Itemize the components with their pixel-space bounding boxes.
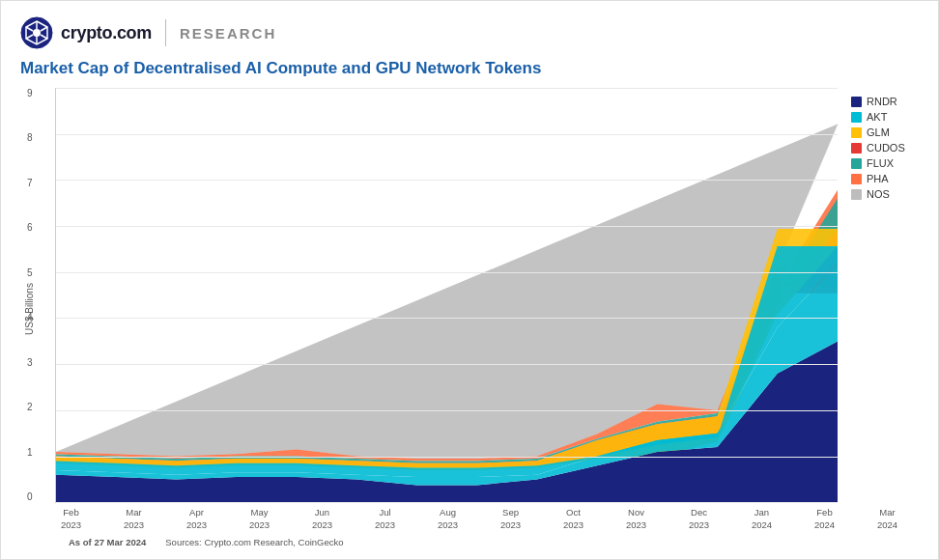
legend-item-akt: AKT [851, 111, 919, 123]
main-container: crypto.com RESEARCH Market Cap of Decent… [0, 0, 939, 560]
x-label-oct23: Oct2023 [542, 507, 605, 531]
x-label-apr23: Apr2023 [165, 507, 228, 531]
x-label-sep23: Sep2023 [479, 507, 542, 531]
legend-item-nos: NOS [851, 188, 919, 200]
legend-item-cudos: CUDOS [851, 142, 919, 154]
y-tick-1: 1 [27, 447, 33, 458]
chart-legend: RNDR AKT GLM CUDOS [851, 88, 919, 503]
y-tick-6: 6 [27, 222, 33, 233]
x-label-feb24: Feb2024 [793, 507, 856, 531]
y-tick-9: 9 [27, 88, 33, 98]
footer-sources: Sources: Crypto.com Research, CoinGecko [165, 537, 343, 547]
grid-line-1 [56, 457, 838, 458]
grid-line-0 [56, 502, 838, 503]
grid-line-5 [56, 272, 838, 273]
rndr-color-swatch [851, 97, 862, 107]
footer-date: As of 27 Mar 2024 [69, 537, 146, 547]
chart-plot-area: 9 8 7 6 5 4 3 2 1 0 [55, 88, 838, 503]
rndr-label: RNDR [867, 96, 897, 107]
x-axis-labels: Feb2023 Mar2023 Apr2023 May2023 Jun2023 … [40, 507, 919, 531]
legend-item-pha: PHA [851, 173, 919, 184]
logo-text: crypto.com [61, 23, 152, 43]
cudos-label: CUDOS [867, 142, 905, 154]
cudos-color-swatch [851, 143, 862, 154]
logo-area: crypto.com [20, 16, 152, 49]
grid-line-3 [56, 364, 838, 365]
glm-color-swatch [851, 127, 862, 138]
grid-line-4 [56, 318, 838, 319]
y-tick-3: 3 [27, 357, 33, 368]
legend-item-rndr: RNDR [851, 96, 919, 107]
y-tick-5: 5 [27, 267, 33, 278]
grid-line-2 [56, 410, 838, 411]
flux-color-swatch [851, 158, 862, 169]
x-label-jul23: Jul2023 [354, 507, 416, 531]
x-label-may23: May2023 [228, 507, 291, 531]
grid-line-7 [56, 180, 838, 181]
legend-item-glm: GLM [851, 126, 919, 138]
grid-line-8 [56, 134, 838, 135]
pha-color-swatch [851, 174, 862, 184]
x-label-mar24: Mar2024 [856, 507, 919, 531]
x-label-feb23: Feb2023 [40, 507, 102, 531]
flux-label: FLUX [867, 157, 894, 169]
chart-with-legend: 9 8 7 6 5 4 3 2 1 0 [40, 88, 919, 503]
chart-title: Market Cap of Decentralised AI Compute a… [20, 59, 919, 78]
svg-point-2 [33, 29, 41, 37]
x-label-jun23: Jun2023 [291, 507, 354, 531]
nos-label: NOS [867, 188, 890, 200]
header-divider [165, 19, 166, 46]
header: crypto.com RESEARCH [20, 16, 919, 49]
chart-inner: 9 8 7 6 5 4 3 2 1 0 [40, 88, 919, 531]
area-chart-svg [56, 88, 838, 502]
y-tick-4: 4 [27, 312, 33, 322]
x-label-dec23: Dec2023 [668, 507, 730, 531]
x-label-jan24: Jan2024 [730, 507, 793, 531]
y-tick-8: 8 [27, 132, 33, 143]
nos-color-swatch [851, 189, 862, 200]
x-label-aug23: Aug2023 [416, 507, 479, 531]
legend-item-flux: FLUX [851, 157, 919, 169]
glm-label: GLM [867, 126, 890, 138]
x-label-mar23: Mar2023 [102, 507, 165, 531]
y-tick-7: 7 [27, 178, 33, 188]
y-tick-0: 0 [27, 491, 33, 502]
chart-footer: As of 27 Mar 2024 Sources: Crypto.com Re… [20, 537, 919, 547]
akt-color-swatch [851, 112, 862, 123]
y-tick-2: 2 [27, 402, 33, 412]
akt-label: AKT [867, 111, 887, 123]
x-label-nov23: Nov2023 [605, 507, 668, 531]
pha-label: PHA [867, 173, 889, 184]
crypto-logo-icon [20, 16, 53, 49]
research-label: RESEARCH [180, 25, 276, 42]
chart-area: US$ Billions 9 8 7 6 5 [20, 88, 919, 531]
grid-line-6 [56, 226, 838, 227]
grid-line-9 [56, 88, 838, 89]
